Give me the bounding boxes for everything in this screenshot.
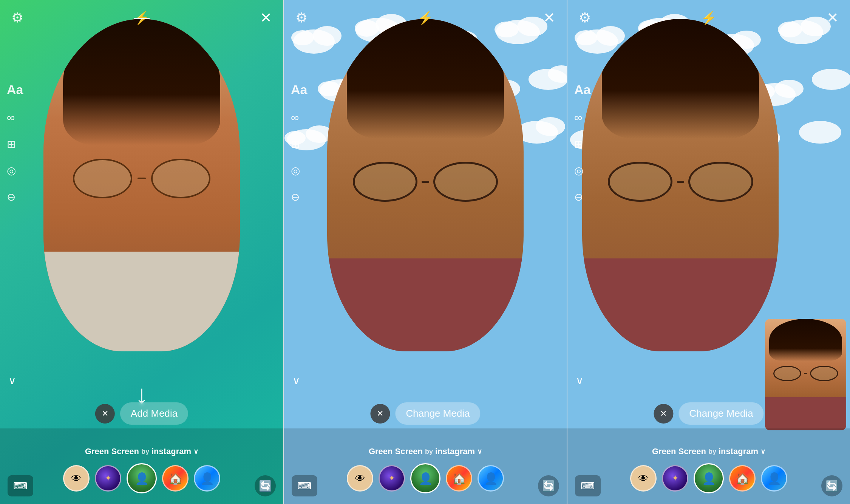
svg-point-2 bbox=[291, 30, 314, 45]
close-icon[interactable]: ✕ bbox=[827, 11, 839, 25]
person-panel-2 bbox=[327, 19, 524, 351]
flip-camera-button[interactable]: 🔄 bbox=[255, 475, 276, 496]
flip-camera-button[interactable]: 🔄 bbox=[538, 475, 559, 496]
panel-1: ⚙ ⚡ ✕ Aa ∞ ⊞ ◎ ⊖ ∨ ↓ ✕ Add Media Green S… bbox=[0, 0, 283, 504]
svg-point-62 bbox=[799, 121, 841, 144]
chevron-down-icon[interactable]: ∨ bbox=[8, 374, 16, 387]
close-icon[interactable]: ✕ bbox=[260, 11, 272, 25]
chevron-down-icon[interactable]: ∨ bbox=[292, 374, 300, 387]
boomerang-icon[interactable]: ∞ bbox=[574, 112, 590, 123]
level-icon[interactable]: ⊖ bbox=[7, 192, 23, 203]
media-close-button[interactable]: ✕ bbox=[654, 404, 673, 424]
settings-icon[interactable]: ⚙ bbox=[579, 11, 591, 25]
settings-icon[interactable]: ⚙ bbox=[11, 11, 23, 25]
layout-icon[interactable]: ⊞ bbox=[7, 139, 23, 150]
add-media-button[interactable]: Add Media bbox=[120, 402, 188, 425]
svg-point-53 bbox=[775, 80, 804, 98]
media-close-button[interactable]: ✕ bbox=[95, 404, 115, 424]
panel-3: ⚙ ⚡ ✕ Aa ∞ ⊞ ◎ ⊖ ∨ ✕ Change Media Green … bbox=[567, 0, 850, 504]
filter-label-panel-2: Green Screen by instagram ∨ bbox=[369, 447, 482, 456]
media-button-area-panel-3: ✕ Change Media bbox=[654, 402, 763, 425]
level-icon[interactable]: ⊖ bbox=[574, 192, 590, 203]
close-icon[interactable]: ✕ bbox=[543, 11, 555, 25]
left-sidebar-panel-1: Aa ∞ ⊞ ◎ ⊖ bbox=[7, 83, 23, 203]
svg-point-33 bbox=[536, 117, 565, 136]
top-bar-panel-2: ⚙ ⚡ ✕ bbox=[284, 11, 567, 25]
keyboard-button[interactable]: ⌨ bbox=[8, 475, 33, 496]
panel-2: ⚙ ⚡ ✕ Aa ∞ ⊞ ◎ ⊖ ∨ ✕ Change Media Green … bbox=[283, 0, 567, 504]
filter-label-panel-3: Green Screen by instagram ∨ bbox=[652, 447, 765, 456]
focus-icon[interactable]: ◎ bbox=[291, 165, 307, 176]
flash-off-icon[interactable]: ⚡ bbox=[417, 11, 433, 24]
text-tool-icon[interactable]: Aa bbox=[7, 83, 23, 96]
keyboard-button[interactable]: ⌨ bbox=[292, 475, 317, 496]
change-media-button[interactable]: Change Media bbox=[678, 402, 763, 425]
flash-off-icon[interactable]: ⚡ bbox=[701, 11, 717, 24]
focus-icon[interactable]: ◎ bbox=[7, 165, 23, 176]
left-sidebar-panel-2: Aa ∞ ⊞ ◎ ⊖ bbox=[291, 83, 307, 203]
top-bar-panel-3: ⚙ ⚡ ✕ bbox=[567, 11, 850, 25]
left-sidebar-panel-3: Aa ∞ ⊞ ◎ ⊖ bbox=[574, 83, 590, 203]
layout-icon[interactable]: ⊞ bbox=[574, 139, 590, 150]
bottom-actions-panel-3: ⌨ 🔄 bbox=[567, 475, 850, 496]
bottom-actions-panel-1: ⌨ 🔄 bbox=[0, 475, 283, 496]
change-media-button[interactable]: Change Media bbox=[395, 402, 480, 425]
level-icon[interactable]: ⊖ bbox=[291, 192, 307, 203]
person-panel-1 bbox=[43, 19, 240, 351]
settings-icon[interactable]: ⚙ bbox=[295, 11, 308, 25]
top-bar-panel-1: ⚙ ⚡ ✕ bbox=[0, 11, 283, 25]
media-close-button[interactable]: ✕ bbox=[370, 404, 390, 424]
media-button-area-panel-2: ✕ Change Media bbox=[370, 402, 480, 425]
keyboard-button[interactable]: ⌨ bbox=[575, 475, 601, 496]
chevron-down-icon[interactable]: ∨ bbox=[576, 374, 584, 387]
focus-icon[interactable]: ◎ bbox=[574, 165, 590, 176]
boomerang-icon[interactable]: ∞ bbox=[7, 112, 23, 123]
person-panel-3 bbox=[582, 19, 779, 351]
text-tool-icon[interactable]: Aa bbox=[574, 83, 590, 96]
layout-icon[interactable]: ⊞ bbox=[291, 139, 307, 150]
text-tool-icon[interactable]: Aa bbox=[291, 83, 307, 96]
overlay-person-panel-3 bbox=[765, 319, 846, 430]
flip-camera-button[interactable]: 🔄 bbox=[821, 475, 842, 496]
flash-off-icon[interactable]: ⚡ bbox=[134, 11, 150, 24]
boomerang-icon[interactable]: ∞ bbox=[291, 112, 307, 123]
svg-point-55 bbox=[812, 69, 850, 90]
bottom-actions-panel-2: ⌨ 🔄 bbox=[284, 475, 567, 496]
filter-label-panel-1: Green Screen by instagram ∨ bbox=[85, 447, 198, 456]
media-button-area-panel-1: ✕ Add Media bbox=[95, 402, 188, 425]
